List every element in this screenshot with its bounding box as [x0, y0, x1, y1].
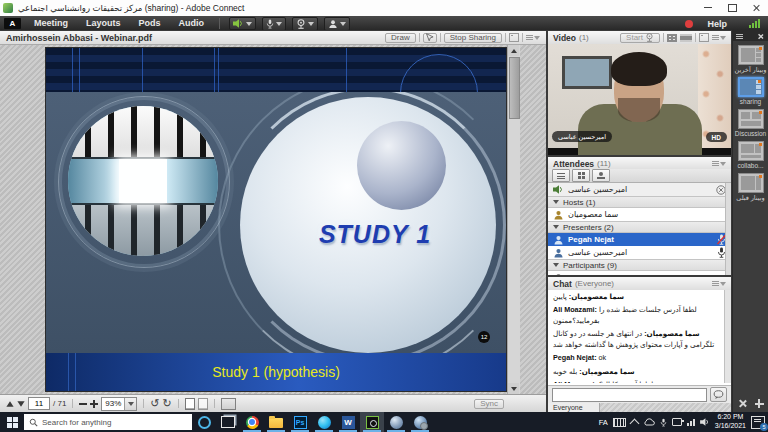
webcam-button[interactable] — [292, 17, 318, 31]
hidden-icons-chevron[interactable] — [629, 419, 639, 429]
scrollbar-thumb[interactable] — [509, 57, 520, 119]
thumbnail-view-icon[interactable] — [221, 398, 236, 410]
layout-thumbnail-selected[interactable] — [738, 77, 764, 97]
taskbar-search[interactable]: Search for anything — [24, 414, 192, 430]
settings-app-button[interactable] — [408, 412, 432, 432]
add-layout-icon[interactable] — [755, 399, 764, 408]
chat-input[interactable] — [552, 388, 707, 402]
layouts-menu-icon[interactable] — [736, 34, 743, 39]
start-button[interactable] — [0, 412, 24, 432]
previous-page-button[interactable] — [6, 401, 13, 406]
layouts-close-icon[interactable] — [757, 33, 763, 39]
taskbar-clock[interactable]: 6:20 PM 3/16/2021 — [715, 413, 746, 431]
delete-layout-icon[interactable] — [738, 399, 747, 408]
next-page-button[interactable] — [17, 401, 24, 406]
menu-layouts[interactable]: Layouts — [77, 16, 130, 31]
microphone-dropdown[interactable] — [276, 22, 282, 26]
zoom-in-button[interactable] — [90, 400, 98, 408]
menu-pods[interactable]: Pods — [130, 16, 170, 31]
speaker-button[interactable] — [229, 17, 256, 30]
keyboard-icon[interactable] — [613, 418, 626, 427]
grid-view-icon[interactable] — [667, 34, 677, 42]
connection-status-icon[interactable] — [749, 19, 760, 28]
attendees-pod-menu-icon[interactable] — [712, 161, 726, 166]
speaker-dropdown[interactable] — [246, 22, 252, 26]
minimize-button[interactable] — [696, 0, 720, 15]
fullscreen-icon[interactable] — [509, 33, 519, 42]
attendees-scrollbar[interactable] — [725, 183, 731, 275]
tab-everyone[interactable]: Everyone — [548, 403, 600, 412]
zoom-dropdown-icon[interactable] — [124, 398, 136, 410]
presenter-row[interactable]: امیرحسین عباسی — [548, 246, 731, 259]
menu-audio[interactable]: Audio — [170, 16, 214, 31]
participants-section-header[interactable]: Participants (9) — [548, 259, 731, 271]
share-pod-menu-icon[interactable] — [526, 35, 540, 40]
chat-messages[interactable]: سما معصومیان: پایین Ali Moazami: لطفا آد… — [548, 290, 725, 383]
host-row[interactable]: سما معصومیان — [548, 208, 731, 221]
layout-thumbnail[interactable] — [738, 173, 764, 193]
participant-row[interactable]: Ali Moazami — [548, 271, 731, 275]
hosts-section-header[interactable]: Hosts (1) — [548, 196, 731, 208]
layout-item[interactable]: وبینار قبلی — [733, 173, 768, 202]
page-number-input[interactable] — [28, 397, 50, 410]
layout-thumbnail[interactable] — [738, 141, 764, 161]
filmstrip-view-icon[interactable] — [680, 34, 692, 42]
start-webcam-button[interactable]: Start — [620, 33, 660, 43]
help-menu[interactable]: Help — [707, 19, 727, 29]
attendee-view-icon[interactable] — [552, 169, 570, 182]
draw-button[interactable]: Draw — [385, 33, 416, 43]
word-button[interactable]: W — [336, 412, 360, 432]
breakout-view-icon[interactable] — [572, 169, 590, 182]
layout-thumbnail[interactable] — [738, 45, 764, 65]
onedrive-cloud-icon[interactable] — [643, 418, 655, 426]
single-page-view-icon[interactable] — [185, 398, 195, 410]
layout-item[interactable]: وبینار آخرین — [733, 45, 768, 74]
document-scrollbar[interactable] — [507, 45, 520, 394]
action-center-icon[interactable]: 5 — [751, 416, 765, 429]
sync-button[interactable]: Sync — [474, 399, 504, 409]
continuous-view-icon[interactable] — [198, 398, 208, 410]
globe-app-button[interactable] — [384, 412, 408, 432]
collapse-hosts-icon[interactable] — [553, 200, 559, 204]
layout-item[interactable]: Discussion — [733, 109, 768, 138]
layout-thumbnail[interactable] — [738, 109, 764, 129]
video-pod-menu-icon[interactable] — [712, 35, 726, 40]
layout-item[interactable]: collabo... — [733, 141, 768, 170]
chrome-button[interactable] — [240, 412, 264, 432]
tray-microphone-icon[interactable] — [660, 418, 667, 427]
pointer-button[interactable] — [423, 33, 437, 43]
file-explorer-button[interactable] — [264, 412, 288, 432]
menu-meeting[interactable]: Meeting — [25, 16, 77, 31]
power-plug-icon[interactable] — [672, 418, 682, 426]
webcam-dropdown[interactable] — [308, 22, 314, 26]
video-fullscreen-icon[interactable] — [699, 33, 709, 42]
chat-pod-menu-icon[interactable] — [712, 281, 726, 286]
language-indicator[interactable]: FA — [599, 418, 608, 427]
stop-sharing-button[interactable]: Stop Sharing — [444, 33, 502, 43]
zoom-level-select[interactable]: 93% — [101, 397, 137, 411]
collapse-participants-icon[interactable] — [553, 263, 559, 267]
layout-item-active[interactable]: sharing — [733, 77, 768, 106]
presenters-section-header[interactable]: Presenters (2) — [548, 221, 731, 233]
microphone-button[interactable] — [262, 17, 286, 31]
close-button[interactable] — [744, 0, 768, 15]
zoom-out-button[interactable] — [79, 403, 87, 405]
collapse-presenters-icon[interactable] — [553, 225, 559, 229]
task-view-button[interactable] — [216, 412, 240, 432]
chat-scrollbar[interactable] — [724, 290, 731, 383]
phone-button[interactable] — [324, 17, 350, 31]
photoshop-button[interactable]: Ps — [288, 412, 312, 432]
edge-button[interactable] — [312, 412, 336, 432]
phone-dropdown[interactable] — [340, 22, 346, 26]
adobe-connect-taskbar-button[interactable] — [360, 412, 384, 432]
rotate-left-icon[interactable]: ↺ — [150, 399, 159, 409]
network-icon[interactable] — [687, 419, 695, 426]
send-message-button[interactable] — [710, 387, 727, 402]
volume-icon[interactable] — [700, 418, 710, 426]
rotate-right-icon[interactable]: ↻ — [163, 399, 172, 409]
maximize-button[interactable] — [720, 0, 744, 15]
document-view[interactable]: STUDY 1 12 Study 1 (hypothesis) — [0, 45, 546, 394]
cortana-button[interactable] — [192, 412, 216, 432]
presenter-row-selected[interactable]: Pegah Nejat — [548, 233, 731, 246]
attendee-status-view-icon[interactable] — [592, 169, 610, 182]
